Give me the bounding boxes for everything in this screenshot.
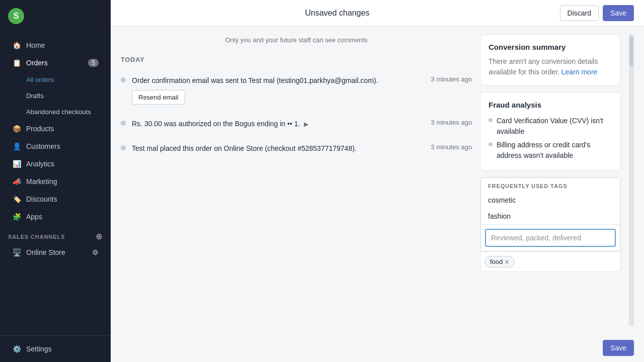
topbar: Unsaved changes Discard Save xyxy=(111,0,644,26)
fraud-dot-2 xyxy=(489,142,493,146)
page-title: Unsaved changes xyxy=(121,9,554,18)
tags-input[interactable] xyxy=(485,229,616,247)
fraud-title: Fraud analysis xyxy=(489,101,612,109)
sidebar-item-home[interactable]: 🏠 Home xyxy=(4,37,107,54)
timeline-dot-2 xyxy=(121,121,126,126)
sidebar-item-drafts[interactable]: Drafts xyxy=(4,88,107,104)
timeline-text-email: Order confirmation email was sent to Tes… xyxy=(132,75,378,86)
sidebar-item-orders[interactable]: 📋 Orders 5 xyxy=(4,54,107,71)
content-footer: Save xyxy=(111,334,644,362)
fraud-list: Card Verification Value (CVV) isn't avai… xyxy=(489,114,612,162)
online-store-icon: 🖥️ xyxy=(12,248,21,257)
products-icon: 📦 xyxy=(12,124,21,133)
fraud-dot-1 xyxy=(489,118,493,122)
today-label: TODAY xyxy=(121,54,472,65)
conversion-summary-card: Conversion summary There aren't any conv… xyxy=(480,34,621,86)
tag-chip-remove-food[interactable]: × xyxy=(505,258,509,265)
analytics-icon: 📊 xyxy=(12,159,21,168)
sales-channels-header: SALES CHANNELS ⊕ xyxy=(0,226,111,243)
tags-input-wrap xyxy=(481,224,620,251)
add-sales-channel-icon[interactable]: ⊕ xyxy=(96,232,103,241)
tags-card: FREQUENTLY USED TAGS cosmetic fashion fo… xyxy=(480,177,621,272)
comment-hint: Only you and your future staff can see c… xyxy=(121,34,472,48)
timeline-time-order: 3 minutes ago xyxy=(431,143,472,151)
learn-more-link[interactable]: Learn more xyxy=(561,68,598,76)
sidebar-item-settings[interactable]: ⚙️ Settings xyxy=(4,340,107,357)
orders-icon: 📋 xyxy=(12,58,21,67)
tag-suggestion-cosmetic[interactable]: cosmetic xyxy=(481,192,620,208)
customers-icon: 👤 xyxy=(12,142,21,151)
timeline-text-payment: Rs. 30.00 was authorized on the Bogus en… xyxy=(132,119,308,129)
timeline-panel: Only you and your future staff can see c… xyxy=(121,34,472,326)
tag-chip-food: food × xyxy=(485,256,515,267)
conversion-title: Conversion summary xyxy=(489,43,612,51)
tags-section-header: FREQUENTLY USED TAGS xyxy=(481,178,620,192)
main-content: Unsaved changes Discard Save Only you an… xyxy=(111,0,644,362)
settings-icon: ⚙️ xyxy=(12,344,21,353)
sidebar-bottom: ⚙️ Settings xyxy=(0,335,111,362)
page-scrollbar[interactable] xyxy=(629,34,634,326)
save-button-top[interactable]: Save xyxy=(603,5,634,21)
sidebar-item-all-orders[interactable]: All orders xyxy=(4,72,107,87)
orders-badge: 5 xyxy=(88,59,99,67)
timeline-item-order-placed: Test mal placed this order on Online Sto… xyxy=(121,139,472,158)
fraud-analysis-card: Fraud analysis Card Verification Value (… xyxy=(480,92,621,171)
tags-dropdown: FREQUENTLY USED TAGS cosmetic fashion xyxy=(480,177,620,251)
discounts-icon: 🏷️ xyxy=(12,195,21,204)
sidebar: S 🏠 Home 📋 Orders 5 All orders Drafts Ab xyxy=(0,0,111,362)
tag-suggestion-fashion[interactable]: fashion xyxy=(481,208,620,224)
topbar-actions: Discard Save xyxy=(560,5,634,21)
tags-selected: food × xyxy=(480,251,620,272)
online-store-settings-icon[interactable]: ⚙ xyxy=(92,248,99,256)
timeline-item-payment: Rs. 30.00 was authorized on the Bogus en… xyxy=(121,115,472,133)
sidebar-item-abandoned-checkouts[interactable]: Abandoned checkouts xyxy=(4,104,107,120)
scrollbar-thumb xyxy=(629,36,633,66)
conversion-text: There aren't any conversion details avai… xyxy=(489,56,612,77)
save-button-bottom[interactable]: Save xyxy=(603,340,634,356)
sidebar-item-analytics[interactable]: 📊 Analytics xyxy=(4,155,107,172)
expand-icon[interactable]: ▶ xyxy=(304,121,308,128)
timeline-item-email: Order confirmation email was sent to Tes… xyxy=(121,71,472,109)
fraud-list-item-2: Billing address or credit card's address… xyxy=(489,138,612,162)
timeline-time-email: 3 minutes ago xyxy=(431,75,472,83)
timeline-dot-3 xyxy=(121,145,126,150)
sidebar-item-discounts[interactable]: 🏷️ Discounts xyxy=(4,191,107,208)
discard-button[interactable]: Discard xyxy=(560,5,599,21)
resend-email-button[interactable]: Resend email xyxy=(132,90,185,105)
sidebar-item-customers[interactable]: 👤 Customers xyxy=(4,138,107,155)
right-panel: Conversion summary There aren't any conv… xyxy=(480,34,621,326)
timeline-dot xyxy=(121,77,126,82)
fraud-list-item: Card Verification Value (CVV) isn't avai… xyxy=(489,114,612,138)
sidebar-item-products[interactable]: 📦 Products xyxy=(4,120,107,137)
timeline-text-order: Test mal placed this order on Online Sto… xyxy=(132,143,357,154)
sidebar-item-apps[interactable]: 🧩 Apps xyxy=(4,208,107,225)
sidebar-item-marketing[interactable]: 📣 Marketing xyxy=(4,173,107,190)
content-area: Only you and your future staff can see c… xyxy=(111,26,644,334)
sidebar-logo: S xyxy=(0,0,111,32)
store-avatar: S xyxy=(8,8,24,24)
sidebar-nav: 🏠 Home 📋 Orders 5 All orders Drafts Aban… xyxy=(0,32,111,335)
sidebar-item-online-store[interactable]: 🖥️ Online Store ⚙ xyxy=(4,244,107,261)
timeline-time-payment: 3 minutes ago xyxy=(431,119,472,126)
home-icon: 🏠 xyxy=(12,41,21,50)
apps-icon: 🧩 xyxy=(12,212,21,221)
marketing-icon: 📣 xyxy=(12,177,21,186)
